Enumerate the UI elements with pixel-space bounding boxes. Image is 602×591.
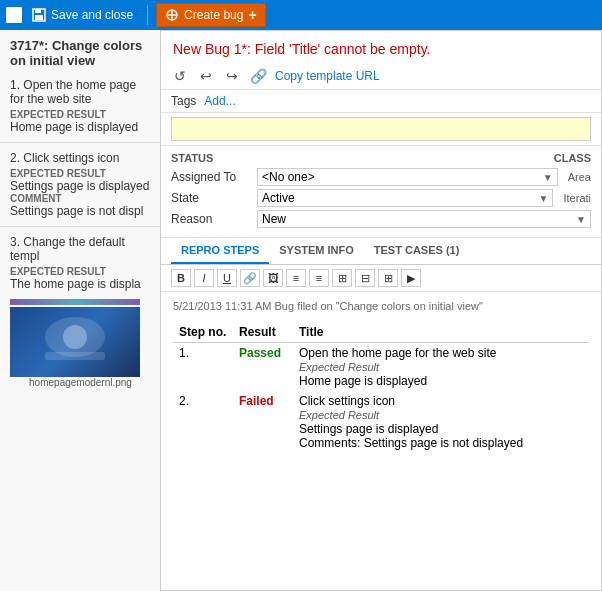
media-button[interactable]: ▶ (401, 269, 421, 287)
redo-icon[interactable]: ↪ (223, 67, 241, 85)
title-input[interactable] (171, 117, 591, 141)
link-icon[interactable]: 🔗 (249, 67, 267, 85)
tags-label: Tags (171, 94, 196, 108)
step-2-expected-subvalue: Settings page is displayed (299, 422, 438, 436)
table-row: 1. Passed Open the home page for the web… (173, 343, 589, 392)
step-3-number: 3. (10, 235, 20, 249)
assigned-to-label: Assigned To (171, 170, 251, 184)
divider-1 (0, 142, 161, 143)
status-header-right: CLASS (554, 152, 591, 164)
outdent-button[interactable]: ⊟ (355, 269, 375, 287)
step-3: 3. Change the default templ EXPECTED RES… (0, 231, 161, 295)
col-header-title: Title (293, 322, 589, 343)
reason-arrow: ▼ (576, 214, 586, 225)
reason-label: Reason (171, 212, 251, 226)
image-button[interactable]: 🖼 (263, 269, 283, 287)
create-label: Create bug (184, 8, 243, 22)
step-2-comment: Comments: Settings page is not displayed (299, 436, 523, 450)
thumbnail-image (10, 307, 140, 377)
divider-2 (0, 226, 161, 227)
passed-badge: Passed (239, 346, 281, 360)
reason-row: Reason New ▼ (171, 210, 591, 228)
create-bug-button[interactable]: Create bug + (156, 3, 266, 27)
reason-value: New (262, 212, 576, 226)
step-2: 2. Click settings icon EXPECTED RESULT S… (0, 147, 161, 222)
list-button[interactable]: ≡ (286, 269, 306, 287)
tab-repro-steps[interactable]: REPRO STEPS (171, 238, 269, 264)
step-1-expected-sublabel: Expected Result (299, 361, 379, 373)
step-1-expected-subvalue: Home page is displayed (299, 374, 427, 388)
tags-add-button[interactable]: Add... (204, 94, 235, 108)
main-toolbar: Save and close Create bug + (0, 0, 602, 30)
state-row: State Active ▼ Iterati (171, 189, 591, 207)
svg-rect-1 (35, 9, 41, 13)
step-3-expected-label: EXPECTED RESULT (10, 266, 151, 277)
state-value: Active (262, 191, 539, 205)
step-2-text: Click settings icon (23, 151, 119, 165)
step-2-expected-value: Settings page is displayed (10, 179, 151, 193)
app-icon (6, 7, 22, 23)
iteration-label: Iterati (563, 192, 591, 204)
bug-filed-line: 5/21/2013 11:31 AM Bug filed on "Change … (173, 300, 589, 312)
step-2-expected-label: EXPECTED RESULT (10, 168, 151, 179)
status-header-left: STATUS (171, 152, 213, 164)
assigned-to-value: <No one> (262, 170, 543, 184)
step-2-number: 2. (10, 151, 20, 165)
bug-content: 5/21/2013 11:31 AM Bug filed on "Change … (161, 292, 601, 590)
step-2-no: 2. (173, 391, 233, 453)
copy-template-link[interactable]: Copy template URL (275, 69, 380, 83)
assigned-to-arrow: ▼ (543, 172, 553, 183)
failed-badge: Failed (239, 394, 274, 408)
undo-icon[interactable]: ↩ (197, 67, 215, 85)
right-panel: New Bug 1*: Field 'Title' cannot be empt… (160, 30, 602, 591)
step-2-comment-value: Settings page is not displ (10, 204, 151, 218)
step-3-expected-value: The home page is displa (10, 277, 151, 291)
svg-point-6 (63, 325, 87, 349)
thumbnail-color-bar (10, 299, 140, 305)
left-panel: 3717*: Change colors on initial view 1. … (0, 30, 162, 591)
step-3-text: Change the default templ (10, 235, 125, 263)
thumbnail-label: homepagemodernl.png (10, 377, 151, 388)
col-header-step: Step no. (173, 322, 233, 343)
step-2-content: Click settings icon Expected Result Sett… (293, 391, 589, 453)
refresh-icon[interactable]: ↺ (171, 67, 189, 85)
bold-button[interactable]: B (171, 269, 191, 287)
area-label: Area (568, 171, 591, 183)
save-icon (32, 8, 46, 22)
state-label: State (171, 191, 251, 205)
repro-steps-table: Step no. Result Title 1. Passed Open the… (173, 322, 589, 453)
tab-test-cases[interactable]: TEST CASES (1) (364, 238, 470, 264)
editor-toolbar: B I U 🔗 🖼 ≡ ≡ ⊞ ⊟ ⊞ ▶ (161, 265, 601, 292)
ordered-list-button[interactable]: ≡ (309, 269, 329, 287)
bug-toolbar: ↺ ↩ ↪ 🔗 Copy template URL (161, 63, 601, 90)
state-arrow: ▼ (539, 193, 549, 204)
col-header-result: Result (233, 322, 293, 343)
italic-button[interactable]: I (194, 269, 214, 287)
step-2-comment-label: COMMENT (10, 193, 151, 204)
svg-rect-7 (45, 352, 105, 360)
tab-system-info[interactable]: SYSTEM INFO (269, 238, 364, 264)
underline-button[interactable]: U (217, 269, 237, 287)
step-2-result: Failed (233, 391, 293, 453)
step-1-text: Open the home page for the web site (10, 78, 136, 106)
tabs-row: REPRO STEPS SYSTEM INFO TEST CASES (1) (161, 238, 601, 265)
status-section: STATUS CLASS Assigned To <No one> ▼ Area… (161, 146, 601, 238)
table-row: 2. Failed Click settings icon Expected R… (173, 391, 589, 453)
thumbnail-svg (35, 317, 115, 367)
title-input-row (161, 113, 601, 146)
reason-dropdown[interactable]: New ▼ (257, 210, 591, 228)
step-2-expected-sublabel: Expected Result (299, 409, 379, 421)
tags-row: Tags Add... (161, 90, 601, 113)
step-1-result: Passed (233, 343, 293, 392)
save-and-close-button[interactable]: Save and close (26, 3, 139, 27)
step-1-expected-value: Home page is displayed (10, 120, 151, 134)
bug-icon (165, 8, 179, 22)
link-editor-button[interactable]: 🔗 (240, 269, 260, 287)
assigned-to-dropdown[interactable]: <No one> ▼ (257, 168, 558, 186)
table-button[interactable]: ⊞ (378, 269, 398, 287)
plus-icon: + (248, 7, 256, 23)
save-label: Save and close (51, 8, 133, 22)
status-header: STATUS CLASS (171, 152, 591, 164)
state-dropdown[interactable]: Active ▼ (257, 189, 553, 207)
indent-button[interactable]: ⊞ (332, 269, 352, 287)
